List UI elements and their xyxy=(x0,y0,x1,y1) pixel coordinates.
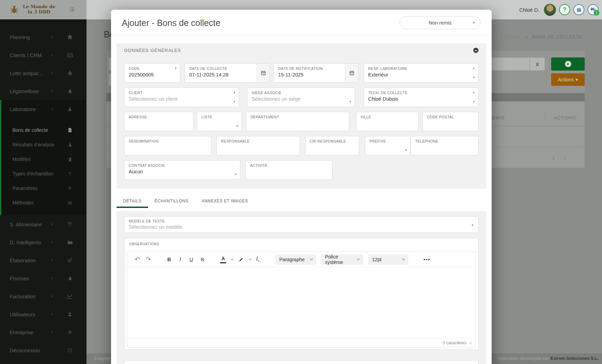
user-name[interactable]: Chloé D. xyxy=(519,7,539,13)
font-family-dropdown[interactable]: Police système xyxy=(321,254,363,265)
chevron-left-icon xyxy=(51,107,54,111)
calendar-icon[interactable] xyxy=(345,64,358,82)
sidebar-item-piscines[interactable]: Piscines xyxy=(0,269,86,287)
field-modele-de-texte[interactable]: MODÈLE DE TEXTE Sélectionnez un modèle ▾ xyxy=(124,216,478,233)
field-client[interactable]: CLIENT Sélectionnez un client * ▾ xyxy=(124,88,239,107)
field-telephone[interactable]: TÉLÉPHONE xyxy=(411,136,478,155)
font-size-value: 12pt xyxy=(372,257,381,262)
column-header-actions[interactable]: ACTIONS xyxy=(554,115,576,120)
field-siege-associe[interactable]: SIÈGE ASSOCIÉ Sélectionnez un siège ▾ xyxy=(247,88,355,107)
sidebar-label: Méthodes xyxy=(12,200,34,206)
avatar[interactable] xyxy=(544,4,556,16)
sidebar-item-types-echantillon[interactable]: Types d'échantillon T xyxy=(1,166,86,181)
field-tech-collecte[interactable]: TECH. DE COLLECTE Chloé Dubois * ▾ xyxy=(364,88,478,107)
resize-handle-icon[interactable] xyxy=(469,341,472,345)
collapse-section-icon[interactable] xyxy=(473,48,478,53)
chat-button[interactable]: 1 xyxy=(587,4,599,15)
clear-search-button[interactable]: X xyxy=(530,57,545,71)
undo-icon[interactable]: ↶ xyxy=(134,255,140,263)
chevron-down-icon[interactable] xyxy=(249,257,252,260)
field-label: DATE DE COLLECTE xyxy=(189,66,254,71)
field-ville[interactable]: VILLE xyxy=(356,112,418,131)
sidebar-item-securite-alimentaire[interactable]: S. Alimentaire xyxy=(0,215,86,233)
sidebar-item-utilisateurs[interactable]: Utilisateurs xyxy=(0,305,86,323)
chevron-down-icon[interactable] xyxy=(231,257,234,260)
sort-icon[interactable] xyxy=(543,115,546,120)
strikethrough-button[interactable]: S xyxy=(199,256,206,262)
text-color-button[interactable]: A xyxy=(220,256,226,263)
bug-icon xyxy=(66,70,73,76)
brand[interactable]: Le Monde de la 3 DDD xyxy=(0,0,86,19)
field-date-notification[interactable]: DATE DE NOTIFICATION 15-11-2025 xyxy=(274,63,358,83)
sidebar-item-methodes[interactable]: Méthodes M xyxy=(1,195,86,210)
field-resp-laboratoire[interactable]: RESP. LABORATOIRE Exteriéur * ▾ xyxy=(364,63,478,83)
sidebar-label: Déconnexion xyxy=(10,347,48,353)
utensils-icon xyxy=(66,221,73,227)
field-label: CONTRAT ASSOCIÉ xyxy=(129,163,236,167)
field-date-collecte[interactable]: DATE DE COLLECTE 07-11-2025 14:28 xyxy=(185,63,270,83)
tab-details[interactable]: DÉTAILS xyxy=(117,197,148,208)
underline-button[interactable]: U xyxy=(188,256,194,262)
clear-formatting-button[interactable]: Ix xyxy=(256,256,259,263)
calendar-icon[interactable] xyxy=(257,64,270,82)
add-bon-button[interactable]: + xyxy=(551,57,585,71)
field-adresse[interactable]: ADRESSE xyxy=(124,112,193,131)
field-prefixe[interactable]: PRÉFIXE ▾ xyxy=(365,136,411,155)
sidebar-item-planning[interactable]: Planning xyxy=(0,28,86,46)
field-activite[interactable]: ACTIVITÉ xyxy=(246,160,332,180)
sidebar-item-lutte-antiparasitaire[interactable]: Lutte antipar... xyxy=(0,64,86,82)
sidebar-item-parametres[interactable]: Paramètres P xyxy=(1,181,86,195)
caret-down-icon: ▾ xyxy=(575,77,578,82)
field-cni-responsable[interactable]: CNI RESPONSABLE xyxy=(305,136,359,155)
sidebar-item-laboratoire[interactable]: Laboratoire xyxy=(1,100,86,118)
chevron-left-icon xyxy=(51,240,54,244)
italic-button[interactable]: I xyxy=(177,256,183,262)
flask-icon xyxy=(66,142,73,147)
field-responsable[interactable]: RESPONSABLE xyxy=(217,136,300,155)
field-label: ADRESSE xyxy=(129,115,189,119)
sidebar-toggle-icon[interactable] xyxy=(70,7,74,12)
sidebar-item-legionellose[interactable]: Légionellose xyxy=(0,82,86,100)
sidebar-item-entreprise[interactable]: Entreprise xyxy=(0,323,86,341)
page-prev-icon[interactable] xyxy=(551,156,556,161)
redo-icon[interactable]: ↷ xyxy=(145,255,152,263)
field-departement[interactable]: DÉPARTEMENT xyxy=(246,112,349,131)
sidebar-item-modeles[interactable]: Modèles xyxy=(1,152,86,166)
field-liste[interactable]: LISTE ▾ xyxy=(197,112,242,131)
tab-annexes-et-images[interactable]: ANNEXES ET IMAGES xyxy=(195,197,255,208)
bold-button[interactable]: B xyxy=(166,256,172,262)
more-tools-icon[interactable]: ••• xyxy=(423,257,430,262)
field-value: Chloé Dubois xyxy=(368,96,474,102)
sort-icon[interactable] xyxy=(576,115,579,120)
field-denomination[interactable]: DÉNOMINATION xyxy=(124,136,211,155)
page-next-icon[interactable] xyxy=(562,156,567,161)
sidebar-item-facturation[interactable]: Facturation xyxy=(0,287,86,305)
sidebar-label: Entreprise xyxy=(10,329,48,335)
editor-content-area[interactable] xyxy=(127,267,475,338)
sidebar-label: Clients / CRM xyxy=(10,52,48,58)
sidebar-item-resultats-analyse[interactable]: Résultats d'analyse xyxy=(1,137,86,152)
gift-button[interactable] xyxy=(573,4,584,15)
field-label: SIÈGE ASSOCIÉ xyxy=(252,91,350,95)
field-code[interactable]: CODE 202500005 * xyxy=(124,63,180,83)
paragraph-style-dropdown[interactable]: Paragraphe xyxy=(275,254,316,265)
sidebar-item-clients-crm[interactable]: Clients / CRM xyxy=(0,46,86,64)
status-dropdown[interactable]: Non remis ▾ xyxy=(400,16,481,29)
field-code-postal[interactable]: CODE POSTAL xyxy=(422,112,478,131)
font-size-dropdown[interactable]: 12pt xyxy=(368,254,408,265)
footer-company: Evirom Soluciones S.L. xyxy=(550,356,599,361)
sidebar-item-deconnexion[interactable]: Déconnexion xyxy=(0,341,86,359)
tab-echantillons[interactable]: ÉCHANTILLONS xyxy=(148,197,195,208)
brand-bug-icon xyxy=(9,4,19,15)
plus-icon: + xyxy=(565,61,571,67)
add-bon-modal: Ajouter - Bons de collecte Non remis ▾ D… xyxy=(111,10,492,364)
actions-button[interactable]: Actions ▾ xyxy=(551,73,585,86)
breadcrumb-home-link[interactable]: ACCUEIL xyxy=(500,35,521,39)
sidebar-item-documents-intelligents[interactable]: D. Intelligents xyxy=(0,233,86,251)
help-button[interactable]: ? xyxy=(559,4,570,15)
field-contrat-associe[interactable]: CONTRAT ASSOCIÉ Aucun ▾ xyxy=(124,160,240,180)
sidebar-item-elaboration[interactable]: Élaboration xyxy=(0,251,86,269)
highlight-color-button[interactable] xyxy=(238,257,244,262)
sidebar-item-bons-de-collecte[interactable]: Bons de collecte xyxy=(1,123,86,137)
chevron-left-icon xyxy=(51,330,54,334)
